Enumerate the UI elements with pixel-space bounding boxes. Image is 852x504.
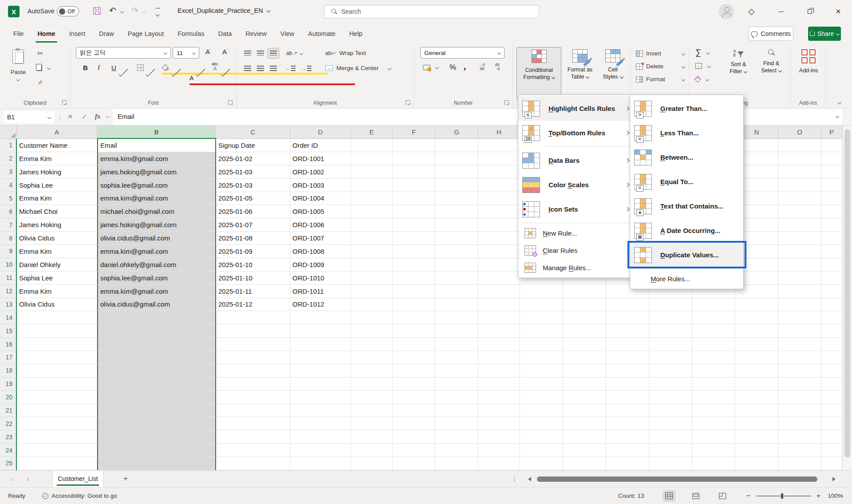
fill-button[interactable]: ↓ <box>695 61 710 71</box>
cell-D18[interactable] <box>290 364 351 378</box>
number-dialog-launcher-icon[interactable] <box>505 100 509 105</box>
cell-E12[interactable] <box>351 285 393 298</box>
cell-F15[interactable] <box>393 324 435 338</box>
cell-O25[interactable] <box>778 457 821 470</box>
cell-E21[interactable] <box>351 404 393 417</box>
cell-D8[interactable]: ORD-1007 <box>290 232 351 245</box>
cell-C23[interactable] <box>216 430 290 444</box>
cell-J18[interactable] <box>563 364 606 378</box>
row-header-9[interactable]: 9 <box>0 245 17 258</box>
menu-item-more-rules[interactable]: More Rules... <box>630 270 743 287</box>
menu-item-greater-than[interactable]: >Greater Than... <box>630 96 743 121</box>
cell-N14[interactable] <box>735 311 778 324</box>
cell-L20[interactable] <box>649 391 692 404</box>
cell-L25[interactable] <box>649 457 692 470</box>
cell-C16[interactable] <box>216 338 290 351</box>
row-header-15[interactable]: 15 <box>0 324 17 338</box>
document-title[interactable]: Excel_Duplicate_Practice_EN <box>178 7 270 14</box>
cell-A19[interactable] <box>17 378 97 391</box>
cell-K17[interactable] <box>606 351 649 364</box>
cell-E7[interactable] <box>351 218 393 232</box>
cell-D19[interactable] <box>290 378 351 391</box>
format-as-table-button[interactable]: Format as Table <box>564 47 596 81</box>
alignment-dialog-launcher-icon[interactable] <box>406 100 410 105</box>
middle-align-button[interactable] <box>255 48 266 59</box>
cell-H6[interactable] <box>478 205 520 218</box>
cell-P9[interactable] <box>821 245 842 258</box>
cell-O13[interactable] <box>778 298 821 311</box>
cell-M15[interactable] <box>692 324 735 338</box>
undo-dropdown-chevron-icon[interactable] <box>120 10 124 13</box>
cell-A17[interactable] <box>17 351 97 364</box>
cell-P18[interactable] <box>821 364 842 378</box>
cell-A24[interactable] <box>17 444 97 457</box>
cell-P19[interactable] <box>821 378 842 391</box>
row-header-23[interactable]: 23 <box>0 430 17 444</box>
cell-H14[interactable] <box>478 311 520 324</box>
menu-item-between[interactable]: Between... <box>630 145 743 169</box>
column-header-E[interactable]: E <box>351 126 393 139</box>
cell-N22[interactable] <box>735 417 778 430</box>
cell-F22[interactable] <box>393 417 435 430</box>
normal-view-button[interactable] <box>663 490 675 502</box>
cell-B9[interactable]: emma.kim@gmail.com <box>97 245 216 258</box>
top-align-button[interactable] <box>242 48 253 59</box>
cell-O9[interactable] <box>778 245 821 258</box>
italic-button[interactable]: I <box>98 62 100 73</box>
cell-I25[interactable] <box>520 457 563 470</box>
cell-E17[interactable] <box>351 351 393 364</box>
zoom-out-button[interactable]: − <box>746 492 751 500</box>
cell-E9[interactable] <box>351 245 393 258</box>
cell-H17[interactable] <box>478 351 520 364</box>
cell-A21[interactable] <box>17 404 97 417</box>
cell-H15[interactable] <box>478 324 520 338</box>
menu-item-top-bottom-rules[interactable]: 10↑Top/Bottom Rules <box>518 121 633 145</box>
redo-button[interactable]: ↷ <box>131 5 138 16</box>
cell-I24[interactable] <box>520 444 563 457</box>
cell-G15[interactable] <box>435 324 478 338</box>
cell-E10[interactable] <box>351 258 393 272</box>
cell-D22[interactable] <box>290 417 351 430</box>
cell-G8[interactable] <box>435 232 478 245</box>
tab-data[interactable]: Data <box>218 23 232 44</box>
cell-F5[interactable] <box>393 192 435 205</box>
cell-L22[interactable] <box>649 417 692 430</box>
cell-K20[interactable] <box>606 391 649 404</box>
cell-G24[interactable] <box>435 444 478 457</box>
cell-H18[interactable] <box>478 364 520 378</box>
cell-A6[interactable]: Michael Choi <box>17 205 97 218</box>
row-header-25[interactable]: 25 <box>0 457 17 470</box>
cell-H4[interactable] <box>478 179 520 192</box>
cut-button[interactable]: ✂ <box>37 49 50 58</box>
cell-O17[interactable] <box>778 351 821 364</box>
cell-P3[interactable] <box>821 165 842 179</box>
cell-D16[interactable] <box>290 338 351 351</box>
menu-item-data-bars[interactable]: Data Bars <box>518 148 633 173</box>
cell-P15[interactable] <box>821 324 842 338</box>
cell-B14[interactable] <box>97 311 216 324</box>
cell-E19[interactable] <box>351 378 393 391</box>
cell-M17[interactable] <box>692 351 735 364</box>
cell-E3[interactable] <box>351 165 393 179</box>
increase-font-size-button[interactable]: Aˆ <box>205 48 211 55</box>
borders-chevron-icon[interactable] <box>146 67 155 76</box>
cell-F3[interactable] <box>393 165 435 179</box>
cell-E20[interactable] <box>351 391 393 404</box>
cell-E15[interactable] <box>351 324 393 338</box>
cell-G6[interactable] <box>435 205 478 218</box>
cell-E4[interactable] <box>351 179 393 192</box>
cell-D17[interactable] <box>290 351 351 364</box>
cell-C8[interactable]: 2025-01-08 <box>216 232 290 245</box>
cell-B25[interactable] <box>97 457 216 470</box>
align-left-button[interactable] <box>242 63 253 74</box>
cell-M24[interactable] <box>692 444 735 457</box>
cell-O5[interactable] <box>778 192 821 205</box>
cell-L15[interactable] <box>649 324 692 338</box>
cell-E24[interactable] <box>351 444 393 457</box>
cell-I17[interactable] <box>520 351 563 364</box>
cell-A25[interactable] <box>17 457 97 470</box>
page-break-view-button[interactable] <box>716 490 729 502</box>
cell-N19[interactable] <box>735 378 778 391</box>
cell-I13[interactable] <box>520 298 563 311</box>
cell-D14[interactable] <box>290 311 351 324</box>
